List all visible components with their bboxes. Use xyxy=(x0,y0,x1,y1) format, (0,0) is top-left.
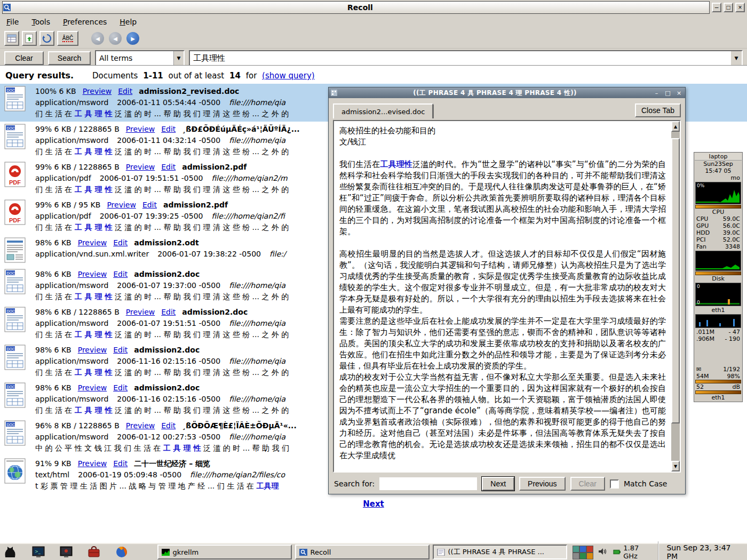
search-button[interactable]: Search xyxy=(48,51,91,65)
net-stat-row: .906M- 190 xyxy=(695,335,742,342)
preview-titlebar[interactable]: ((工 PHRASE 4 具 PHRASE 4 理 PHRASE 4 性)) –… xyxy=(329,87,685,98)
preview-text-area[interactable]: 高校招生的社会功能和目的文/钱江我们生活在工具理性泛滥的时代。作为“世之显学”的… xyxy=(334,121,671,471)
taskbar-clock[interactable]: Sun Sep 23, 3:47 PM xyxy=(658,541,743,560)
menu-preferences[interactable]: Preferences xyxy=(63,18,107,26)
find-input[interactable] xyxy=(379,477,477,490)
result-edit-link[interactable]: Edit xyxy=(113,238,128,247)
result-line-1: 99% 6 KB / 1228865 BPreviewEdit¸ßÐ£ÕÐÉúµ… xyxy=(35,124,300,135)
reload-icon[interactable] xyxy=(39,31,54,46)
result-edit-link[interactable]: Edit xyxy=(161,125,176,133)
toolbar: ÂBĈ ◀ ◀ ▶ xyxy=(0,29,747,49)
firefox-icon[interactable] xyxy=(115,546,128,558)
window-icon xyxy=(437,549,445,556)
result-relevance-size: 100% 6 KB xyxy=(35,87,76,95)
next-page-link[interactable]: Next xyxy=(363,499,384,509)
page-back-icon[interactable]: ◀ xyxy=(109,32,122,45)
tray-icon-6[interactable] xyxy=(586,553,593,559)
tray-icon-5[interactable] xyxy=(579,553,586,559)
tray-icon-4[interactable] xyxy=(573,553,579,559)
preview-close-icon[interactable]: × xyxy=(675,89,683,97)
result-preview-link[interactable]: Preview xyxy=(107,201,136,209)
scroll-down-icon[interactable]: ▼ xyxy=(671,461,680,471)
history-back-icon[interactable]: ◀ xyxy=(91,32,104,45)
tray-icon-2[interactable] xyxy=(579,546,586,553)
task-label: ((工 PHRASE 4 具 PHRASE ... xyxy=(448,547,544,557)
result-relevance-size: 98% 6 KB xyxy=(35,270,71,278)
result-edit-link[interactable]: Edit xyxy=(161,163,176,171)
result-edit-link[interactable]: Edit xyxy=(113,459,128,468)
window-icon xyxy=(162,549,170,556)
svg-text:DOC: DOC xyxy=(7,126,15,130)
query-history-dropdown-icon[interactable]: ▼ xyxy=(731,51,742,65)
clear-button[interactable]: Clear xyxy=(4,51,44,65)
close-icon[interactable]: × xyxy=(735,3,745,12)
toolbox-icon[interactable] xyxy=(88,546,100,558)
search-term-highlight: 工 具 理 性 xyxy=(75,368,113,377)
minimize-icon[interactable]: – xyxy=(712,3,721,12)
term-explorer-icon[interactable]: ÂBĈ xyxy=(57,31,78,46)
result-preview-link[interactable]: Preview xyxy=(78,270,107,278)
match-case-checkbox[interactable] xyxy=(610,479,619,489)
result-preview-link[interactable]: Preview xyxy=(78,383,107,392)
preview-maximize-icon[interactable]: □ xyxy=(664,89,672,97)
result-date: 2006-01-11 04:32:14 -0500 xyxy=(117,136,220,145)
page-forward-icon[interactable]: ▶ xyxy=(126,32,139,45)
preview-scrollbar[interactable]: ▲ ▼ xyxy=(671,121,680,471)
tray-icon-1[interactable] xyxy=(573,546,579,553)
result-line-2: application/msword2006-01-11 04:32:14 -0… xyxy=(35,135,300,146)
find-clear-button[interactable]: Clear xyxy=(570,477,605,491)
menu-tools[interactable]: Tools xyxy=(31,18,50,26)
result-preview-link[interactable]: Preview xyxy=(78,346,107,354)
result-preview-link[interactable]: Preview xyxy=(78,459,107,468)
volume-value: 52 xyxy=(696,383,704,390)
search-mode-value: All terms xyxy=(99,54,132,62)
result-preview-link[interactable]: Preview xyxy=(83,87,112,95)
scrollbar-track[interactable] xyxy=(671,132,680,461)
maximize-icon[interactable]: □ xyxy=(724,3,733,12)
result-preview-link[interactable]: Preview xyxy=(78,238,107,247)
preview-minimize-icon[interactable]: – xyxy=(653,89,661,97)
cat-icon[interactable] xyxy=(3,546,17,558)
preview-window-title: ((工 PHRASE 4 具 PHRASE 4 理 PHRASE 4 性)) xyxy=(340,89,649,98)
result-edit-link[interactable]: Edit xyxy=(118,87,132,95)
search-input[interactable] xyxy=(190,51,731,65)
table-view-icon[interactable] xyxy=(22,31,37,46)
find-previous-button[interactable]: Previous xyxy=(519,477,565,491)
cpu-panel-label: CPU xyxy=(695,209,742,215)
menu-help[interactable]: Help xyxy=(120,18,137,26)
save-results-icon[interactable] xyxy=(4,31,19,46)
terminal-icon[interactable]: >_ xyxy=(32,546,45,558)
scroll-up-icon[interactable]: ▲ xyxy=(671,121,680,132)
speaker-icon[interactable] xyxy=(598,547,608,557)
titlebar-strip[interactable]: Recoll xyxy=(2,1,710,14)
result-edit-link[interactable]: Edit xyxy=(161,421,176,430)
taskbar-task-3[interactable]: ((工 PHRASE 4 具 PHRASE ... xyxy=(433,545,567,559)
find-next-button[interactable]: Next xyxy=(482,477,514,491)
close-tab-button[interactable]: Close Tab xyxy=(635,103,681,117)
search-term-highlight: 工 具 理 性 xyxy=(75,109,113,118)
taskbar-task-1[interactable]: gkrellm xyxy=(157,545,292,559)
results-range: 1-11 xyxy=(143,71,163,81)
net-stat-right: - 47 xyxy=(729,329,740,335)
result-preview-link[interactable]: Preview xyxy=(126,308,155,316)
tray-icon-3[interactable] xyxy=(586,546,593,553)
result-edit-link[interactable]: Edit xyxy=(113,270,128,278)
result-edit-link[interactable]: Edit xyxy=(161,308,176,316)
result-edit-link[interactable]: Edit xyxy=(142,201,157,209)
menu-file[interactable]: File xyxy=(6,18,19,26)
result-preview-link[interactable]: Preview xyxy=(126,421,155,430)
search-mode-select[interactable]: All terms ▼ xyxy=(95,50,185,66)
taskbar-task-2[interactable]: Recoll xyxy=(295,545,430,559)
result-preview-link[interactable]: Preview xyxy=(126,163,155,171)
result-preview-link[interactable]: Preview xyxy=(126,125,155,133)
show-query-link[interactable]: (show query) xyxy=(262,71,315,81)
disk-write-value: 0 xyxy=(697,300,700,305)
result-mimetype: text/html xyxy=(35,470,69,479)
disk-read-value: 0 xyxy=(697,284,700,289)
preview-tab[interactable]: admission2...evised.doc xyxy=(333,103,433,118)
monitor-icon[interactable] xyxy=(60,546,73,558)
result-mimetype: application/msword xyxy=(35,395,108,403)
result-edit-link[interactable]: Edit xyxy=(113,346,128,354)
scrollbar-thumb[interactable] xyxy=(671,138,680,423)
result-edit-link[interactable]: Edit xyxy=(113,383,128,392)
